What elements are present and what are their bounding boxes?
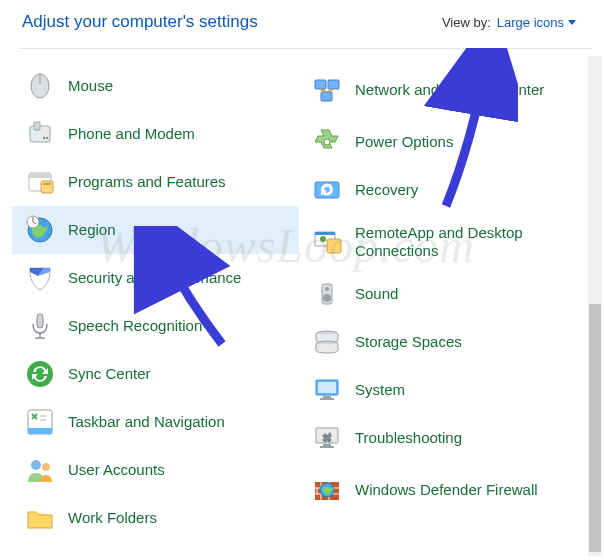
cpl-item-label: Security and Maintenance xyxy=(68,269,241,287)
sound-icon xyxy=(311,278,343,310)
cpl-item-power-options[interactable]: Power Options xyxy=(299,118,586,166)
taskbar-icon xyxy=(24,406,56,438)
cpl-item-label: Sync Center xyxy=(68,365,151,383)
svg-rect-32 xyxy=(327,239,341,253)
cpl-item-label: Windows Defender Firewall xyxy=(355,481,538,499)
svg-rect-20 xyxy=(28,428,52,434)
system-icon xyxy=(311,374,343,406)
cpl-item-label: Troubleshooting xyxy=(355,429,462,447)
svg-rect-15 xyxy=(37,314,43,328)
viewby-label: View by: xyxy=(442,15,491,30)
svg-rect-8 xyxy=(41,181,53,193)
region-icon xyxy=(24,214,56,246)
svg-point-18 xyxy=(27,361,53,387)
svg-point-28 xyxy=(324,139,330,145)
svg-point-4 xyxy=(43,137,45,139)
svg-rect-41 xyxy=(323,396,331,398)
cpl-item-phone-and-modem[interactable]: Phone and Modem xyxy=(12,110,299,158)
svg-rect-24 xyxy=(328,80,339,89)
cpl-item-remoteapp-and-desktop-connections[interactable]: RemoteApp and Desktop Connections xyxy=(299,214,586,270)
cpl-item-label: Phone and Modem xyxy=(68,125,195,143)
storage-icon xyxy=(311,326,343,358)
viewby-dropdown[interactable]: Large icons xyxy=(497,15,576,30)
scrollbar[interactable] xyxy=(588,56,602,556)
cpl-item-label: Power Options xyxy=(355,133,453,151)
svg-rect-45 xyxy=(320,446,334,448)
svg-rect-40 xyxy=(318,382,336,393)
cpl-item-programs-and-features[interactable]: Programs and Features xyxy=(12,158,299,206)
sync-icon xyxy=(24,358,56,390)
cpl-item-label: Mouse xyxy=(68,77,113,95)
svg-rect-9 xyxy=(43,183,51,185)
cpl-item-label: Programs and Features xyxy=(68,173,226,191)
cpl-item-security-and-maintenance[interactable]: Security and Maintenance xyxy=(12,254,299,302)
cpl-item-network-and-sharing-center[interactable]: Network and Sharing Center xyxy=(299,62,586,118)
svg-rect-42 xyxy=(320,398,334,400)
cpl-item-system[interactable]: System xyxy=(299,366,586,414)
svg-rect-31 xyxy=(315,232,335,235)
viewby-value: Large icons xyxy=(497,15,564,30)
programs-icon xyxy=(24,166,56,198)
cpl-item-label: User Accounts xyxy=(68,461,165,479)
cpl-item-user-accounts[interactable]: User Accounts xyxy=(12,446,299,494)
cpl-item-label: Region xyxy=(68,221,116,239)
cpl-item-work-folders[interactable]: Work Folders xyxy=(12,494,299,542)
recovery-icon xyxy=(311,174,343,206)
firewall-icon xyxy=(311,474,343,506)
cpl-item-sync-center[interactable]: Sync Center xyxy=(12,350,299,398)
cpl-item-mouse[interactable]: Mouse xyxy=(12,62,299,110)
cpl-item-storage-spaces[interactable]: Storage Spaces xyxy=(299,318,586,366)
phone-modem-icon xyxy=(24,118,56,150)
cpl-item-label: Storage Spaces xyxy=(355,333,462,351)
network-icon xyxy=(311,74,343,106)
cpl-item-region[interactable]: Region xyxy=(12,206,299,254)
cpl-item-label: Taskbar and Navigation xyxy=(68,413,225,431)
svg-rect-3 xyxy=(34,122,40,130)
cpl-item-label: RemoteApp and Desktop Connections xyxy=(355,224,576,260)
svg-point-36 xyxy=(325,287,329,291)
chevron-down-icon xyxy=(568,20,576,25)
svg-rect-44 xyxy=(323,444,331,446)
remote-icon xyxy=(311,226,343,258)
cpl-item-label: Speech Recognition xyxy=(68,317,202,335)
cpl-item-label: System xyxy=(355,381,405,399)
work-folders-icon xyxy=(24,502,56,534)
cpl-item-label: Network and Sharing Center xyxy=(355,81,544,99)
cpl-item-label: Recovery xyxy=(355,181,418,199)
speech-icon xyxy=(24,310,56,342)
page-title: Adjust your computer's settings xyxy=(22,12,258,32)
mouse-icon xyxy=(24,70,56,102)
power-icon xyxy=(311,126,343,158)
svg-rect-25 xyxy=(321,92,332,101)
cpl-item-label: Work Folders xyxy=(68,509,157,527)
cpl-item-windows-defender-firewall[interactable]: Windows Defender Firewall xyxy=(299,462,586,518)
cpl-item-label: Sound xyxy=(355,285,398,303)
cpl-item-taskbar-and-navigation[interactable]: Taskbar and Navigation xyxy=(12,398,299,446)
cpl-item-speech-recognition[interactable]: Speech Recognition xyxy=(12,302,299,350)
svg-point-33 xyxy=(320,236,326,242)
cpl-item-sound[interactable]: Sound xyxy=(299,270,586,318)
cpl-item-troubleshooting[interactable]: Troubleshooting xyxy=(299,414,586,462)
security-icon xyxy=(24,262,56,294)
svg-point-35 xyxy=(323,294,331,302)
trouble-icon xyxy=(311,422,343,454)
cpl-item-recovery[interactable]: Recovery xyxy=(299,166,586,214)
svg-point-21 xyxy=(31,460,41,470)
svg-rect-7 xyxy=(29,173,51,178)
divider xyxy=(18,48,592,49)
svg-point-22 xyxy=(42,463,50,471)
scrollbar-thumb[interactable] xyxy=(589,304,601,552)
user-icon xyxy=(24,454,56,486)
svg-rect-23 xyxy=(315,80,326,89)
svg-point-5 xyxy=(46,137,48,139)
